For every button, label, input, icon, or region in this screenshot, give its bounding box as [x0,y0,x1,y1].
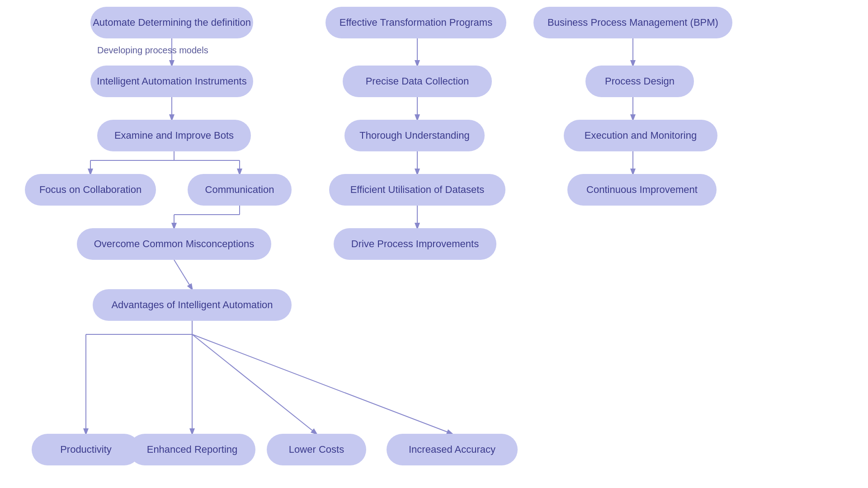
svg-line-15 [192,334,316,434]
node-precise: Precise Data Collection [343,66,492,97]
node-execution: Execution and Monitoring [564,120,717,151]
node-thorough: Thorough Understanding [344,120,485,151]
node-bpm: Business Process Management (BPM) [533,7,732,38]
node-lower: Lower Costs [267,434,366,465]
node-intelligent: Intelligent Automation Instruments [90,66,253,97]
svg-line-16 [192,334,452,434]
node-communication: Communication [188,174,292,206]
node-examine: Examine and Improve Bots [97,120,251,151]
node-effective: Effective Transformation Programs [326,7,506,38]
node-focus: Focus on Collaboration [25,174,156,206]
diagram-container: Automate Determining the definition Deve… [0,0,868,488]
label-developing: Developing process models [97,45,208,56]
node-process-design: Process Design [585,66,694,97]
node-continuous: Continuous Improvement [567,174,717,206]
node-efficient: Efficient Utilisation of Datasets [329,174,505,206]
node-automate: Automate Determining the definition [90,7,253,38]
node-drive: Drive Process Improvements [334,228,496,260]
node-overcome: Overcome Common Misconceptions [77,228,271,260]
node-advantages: Advantages of Intelligent Automation [93,289,292,321]
node-increased: Increased Accuracy [387,434,518,465]
node-enhanced: Enhanced Reporting [129,434,255,465]
node-productivity: Productivity [32,434,140,465]
svg-line-10 [174,260,192,289]
